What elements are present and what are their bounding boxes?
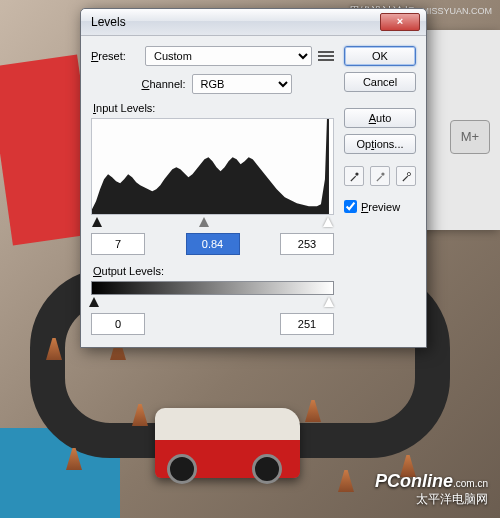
cancel-button[interactable]: Cancel [344, 72, 416, 92]
input-levels-label: Input Levels: [93, 102, 334, 114]
svg-point-0 [355, 172, 358, 175]
output-white-field[interactable] [280, 313, 334, 335]
toy-car-prop [155, 408, 300, 478]
close-button[interactable]: × [380, 13, 420, 31]
white-point-slider[interactable] [323, 217, 333, 227]
watermark-pconline: PConline.com.cn [375, 471, 488, 492]
ok-button[interactable]: OK [344, 46, 416, 66]
watermark-pconline-cn: 太平洋电脑网 [416, 491, 488, 508]
auto-button[interactable]: Auto [344, 108, 416, 128]
output-levels-label: Output Levels: [93, 265, 334, 277]
input-white-field[interactable] [280, 233, 334, 255]
dialog-title: Levels [87, 15, 380, 29]
preset-select[interactable]: Custom [145, 46, 312, 66]
output-slider[interactable] [91, 297, 334, 311]
titlebar[interactable]: Levels × [81, 9, 426, 36]
input-gamma-field[interactable] [186, 233, 240, 255]
black-point-slider[interactable] [92, 217, 102, 227]
histogram [91, 118, 334, 215]
channel-select[interactable]: RGB [192, 74, 292, 94]
preview-checkbox-row[interactable]: Preview [344, 200, 416, 213]
levels-dialog: Levels × Preset: Custom Channel: RGB Inp… [80, 8, 427, 348]
channel-label: Channel: [141, 78, 185, 90]
output-black-field[interactable] [91, 313, 145, 335]
gamma-slider[interactable] [199, 217, 209, 227]
preview-checkbox[interactable] [344, 200, 357, 213]
preset-label: Preset: [91, 50, 139, 62]
eyedropper-gray-icon[interactable] [370, 166, 390, 186]
output-white-slider[interactable] [324, 297, 334, 307]
options-button[interactable]: Options... [344, 134, 416, 154]
preset-menu-icon[interactable] [318, 48, 334, 64]
svg-point-1 [381, 172, 384, 175]
eyedropper-black-icon[interactable] [344, 166, 364, 186]
input-slider[interactable] [91, 217, 334, 231]
eyedropper-white-icon[interactable] [396, 166, 416, 186]
output-black-slider[interactable] [89, 297, 99, 307]
svg-point-2 [407, 172, 410, 175]
output-gradient [91, 281, 334, 295]
input-black-field[interactable] [91, 233, 145, 255]
preview-label: Preview [361, 201, 400, 213]
